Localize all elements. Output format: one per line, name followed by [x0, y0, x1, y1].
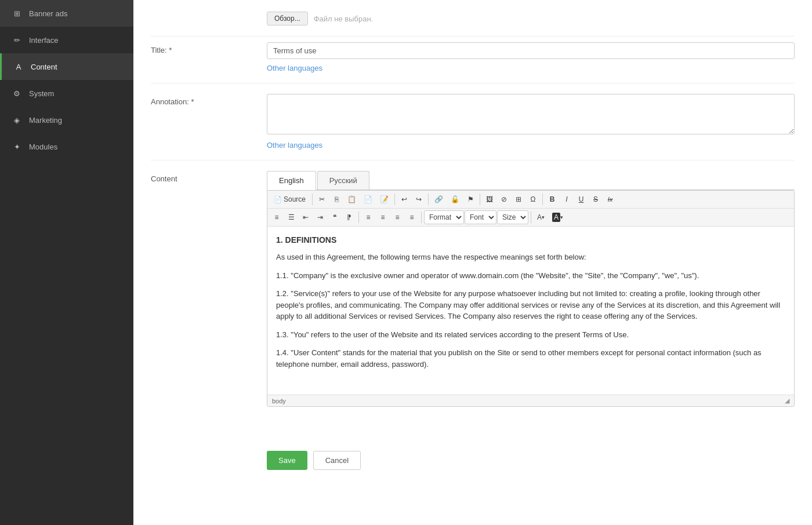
editor-with-scroll: 1. DEFINITIONS As used in this Agreement… — [267, 227, 794, 395]
separator-8 — [531, 212, 531, 223]
format-dropdown[interactable]: Format — [424, 210, 464, 224]
source-button[interactable]: 📄 Source — [270, 192, 310, 206]
other-languages-link-2[interactable]: Other languages — [267, 141, 795, 150]
resize-handle: ◢ — [785, 397, 789, 404]
editor-para-4: 1.4. "User Content" stands for the mater… — [276, 347, 785, 370]
clear-format-button[interactable]: Ix — [603, 192, 617, 206]
title-row: Title: * Other languages — [151, 42, 795, 83]
toolbar-row1: 📄 Source ✂ ⎘ 📋 📄 📝 ↩ ↪ 🔗 — [267, 191, 794, 209]
annotation-field: Other languages — [267, 94, 795, 150]
editor-para-1: 1.1. "Company" is the exclusive owner an… — [276, 270, 785, 282]
sidebar: ⊞ Banner ads ✏ Interface A Content ⚙ Sys… — [0, 0, 133, 525]
browse-button[interactable]: Обзор... — [267, 12, 308, 25]
indent-right-button[interactable]: ⇥ — [313, 210, 327, 224]
paste-button[interactable]: 📋 — [344, 192, 360, 206]
modules-icon: ✦ — [12, 141, 22, 152]
save-button[interactable]: Save — [267, 451, 307, 470]
sidebar-item-modules[interactable]: ✦ Modules — [0, 133, 133, 160]
cancel-button[interactable]: Cancel — [313, 451, 361, 470]
sidebar-item-label: Banner ads — [29, 9, 68, 18]
sidebar-item-banner-ads[interactable]: ⊞ Banner ads — [0, 0, 133, 27]
separator-4 — [480, 194, 480, 205]
form-area: Обзор... Файл не выбран. Title: * Other … — [133, 0, 812, 439]
image-button[interactable]: 🖼 — [483, 192, 496, 206]
other-languages-link-1[interactable]: Other languages — [267, 64, 795, 72]
font-color-icon: A — [537, 213, 542, 221]
paste-word-button[interactable]: 📝 — [376, 192, 392, 206]
annotation-label: Annotation: * — [151, 94, 267, 106]
tab-russian[interactable]: Русский — [317, 171, 369, 189]
font-color-arrow: ▾ — [542, 214, 545, 220]
tab-english[interactable]: English — [267, 171, 316, 190]
table-button[interactable]: ⊞ — [512, 192, 525, 206]
content-row: Content English Русский 📄 Source — [151, 171, 795, 417]
indent-left-button[interactable]: ⇤ — [299, 210, 313, 224]
italic-button[interactable]: I — [560, 192, 574, 206]
editor-content[interactable]: 1. DEFINITIONS As used in this Agreement… — [267, 227, 794, 395]
sidebar-item-label: Content — [31, 63, 57, 71]
separator-2 — [394, 194, 395, 205]
separator-7 — [421, 212, 422, 223]
title-input[interactable] — [267, 42, 795, 59]
editor-para-0: As used in this Agreement, the following… — [276, 251, 785, 263]
file-placeholder: Файл не выбран. — [314, 14, 374, 23]
sidebar-item-label: Marketing — [29, 116, 62, 125]
sidebar-item-system[interactable]: ⚙ System — [0, 80, 133, 107]
sidebar-item-interface[interactable]: ✏ Interface — [0, 27, 133, 53]
file-area: Обзор... Файл не выбран. — [267, 12, 795, 25]
file-label — [151, 12, 267, 15]
special-chars2-button[interactable]: ⁋ — [342, 210, 356, 224]
sidebar-item-content[interactable]: A Content — [0, 53, 133, 80]
strikethrough-button[interactable]: S — [589, 192, 603, 206]
title-label: Title: * — [151, 42, 267, 54]
undo-button[interactable]: ↩ — [397, 192, 411, 206]
content-label: Content — [151, 171, 267, 183]
toolbar-row2: ≡ ☰ ⇤ ⇥ ❝ ⁋ ≡ ≡ ≡ ≡ Format — [267, 209, 794, 227]
ordered-list-button[interactable]: ≡ — [270, 210, 284, 224]
circle-button[interactable]: ⊘ — [497, 192, 511, 206]
bg-color-arrow: ▾ — [560, 214, 563, 220]
blockquote-button[interactable]: ❝ — [328, 210, 342, 224]
font-dropdown[interactable]: Font — [465, 210, 496, 224]
sidebar-item-label: Modules — [29, 143, 57, 151]
special-chars-button[interactable]: Ω — [526, 192, 540, 206]
unlink-button[interactable]: 🔓 — [447, 192, 463, 206]
marketing-icon: ◈ — [12, 115, 22, 125]
align-left-button[interactable]: ≡ — [361, 210, 375, 224]
main-content: Обзор... Файл не выбран. Title: * Other … — [133, 0, 812, 525]
title-field: Other languages — [267, 42, 795, 72]
size-dropdown[interactable]: Size — [497, 210, 528, 224]
editor-para-2: 1.2. "Service(s)" refers to your use of … — [276, 288, 785, 322]
copy-button[interactable]: ⎘ — [329, 192, 343, 206]
align-center-button[interactable]: ≡ — [376, 210, 390, 224]
action-row: Save Cancel — [249, 439, 812, 482]
file-field: Обзор... Файл не выбран. — [267, 12, 795, 30]
redo-button[interactable]: ↪ — [412, 192, 426, 206]
link-button[interactable]: 🔗 — [431, 192, 447, 206]
sidebar-item-marketing[interactable]: ◈ Marketing — [0, 107, 133, 133]
align-right-button[interactable]: ≡ — [390, 210, 404, 224]
banner-ads-icon: ⊞ — [12, 8, 22, 19]
editor-body-tag: body — [272, 398, 286, 404]
sidebar-item-label: System — [29, 89, 54, 98]
file-row: Обзор... Файл не выбран. — [151, 12, 795, 37]
bold-button[interactable]: B — [545, 192, 559, 206]
editor-para-3: 1.3. "You" refers to the user of the Web… — [276, 329, 785, 341]
separator-6 — [358, 212, 359, 223]
content-icon: A — [13, 61, 24, 72]
content-tabs: English Русский — [267, 171, 795, 190]
cut-button[interactable]: ✂ — [315, 192, 329, 206]
separator-1 — [312, 194, 313, 205]
annotation-textarea[interactable] — [267, 94, 795, 134]
bg-color-button[interactable]: A ▾ — [549, 210, 567, 224]
anchor-button[interactable]: ⚑ — [463, 192, 477, 206]
align-justify-button[interactable]: ≡ — [405, 210, 419, 224]
editor-footer: body ◢ — [267, 395, 794, 406]
separator-5 — [542, 194, 543, 205]
sidebar-item-label: Interface — [29, 36, 59, 45]
font-color-button[interactable]: A ▾ — [534, 210, 548, 224]
paste-text-button[interactable]: 📄 — [360, 192, 376, 206]
unordered-list-button[interactable]: ☰ — [284, 210, 298, 224]
separator-3 — [428, 194, 429, 205]
underline-button[interactable]: U — [574, 192, 588, 206]
